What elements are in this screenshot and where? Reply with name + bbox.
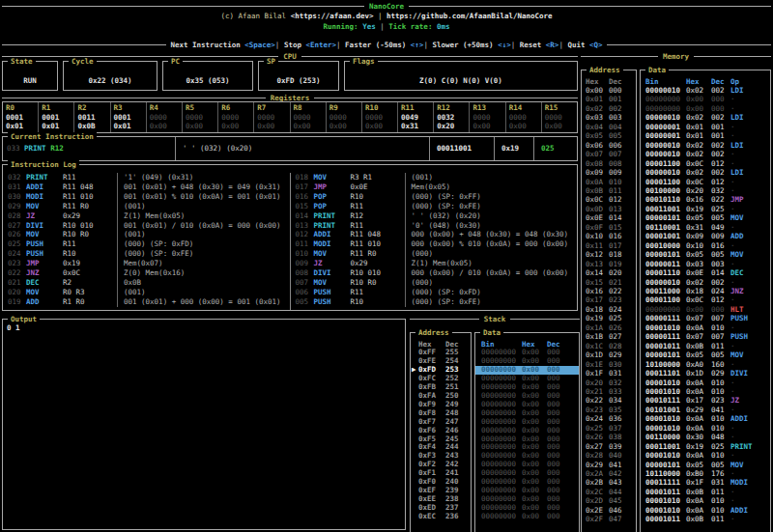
memory-opcode: · <box>730 515 770 523</box>
menu-item-label: Faster (-50ms) <box>345 41 406 49</box>
register-cell: R2 0011 0x0B <box>74 102 110 132</box>
memory-value-hex: 0x02 <box>686 150 711 158</box>
memory-value-dec: 012 <box>711 295 730 304</box>
log-operands: 0x29 <box>63 211 117 221</box>
memory-value-bin: 00001010 <box>645 424 686 433</box>
stack-address-dec: 236 <box>445 513 467 521</box>
memory-value-dec: 014 <box>711 268 730 277</box>
author-site-link[interactable]: <https://afaan.dev> <box>291 12 374 20</box>
memory-address-hex: 0x21 <box>582 387 609 396</box>
log-description: Mem(0x05) <box>406 182 578 192</box>
log-operands: R11 <box>351 221 405 231</box>
menu-item[interactable]: Quit <Q> <box>558 41 602 50</box>
memory-address-dec: 002 <box>609 104 630 113</box>
memory-value-hex: 0x0A <box>686 323 711 332</box>
log-description: (001) <box>118 288 290 297</box>
memory-value-dec: 024 <box>711 287 730 295</box>
log-row: 010 MOV R11 R0 (000) <box>291 249 578 259</box>
log-row: 005 PUSH R10 (000) (SP: 0xFE) <box>291 297 578 307</box>
menu-item[interactable]: Faster (-50ms) <↑> <box>336 41 423 50</box>
memory-value-hex: 0x05 <box>686 461 711 469</box>
memory-value-dec: 032 <box>711 186 730 195</box>
memory-address-row: 0x03 003 <box>582 113 636 122</box>
memory-opcode: · <box>730 95 770 103</box>
memory-value-bin: 00000010 <box>645 168 686 177</box>
memory-address-row: 0x1F 031 <box>582 369 636 378</box>
register-dec-value: 0000 <box>329 113 361 123</box>
memory-value-bin: 00011101 <box>645 369 686 378</box>
register-dec-value: 0000 <box>186 113 217 123</box>
log-cycle-number: 006 <box>291 288 314 297</box>
log-cycle-number: 009 <box>291 259 314 268</box>
output-text: 0 1 <box>3 320 405 333</box>
log-mnemonic: PUSH <box>314 288 351 297</box>
memory-opcode: · <box>730 342 770 350</box>
log-cycle-number: 021 <box>3 278 26 288</box>
github-link[interactable]: https://github.com/AfaanBilal/NanoCore <box>386 12 553 20</box>
memory-value-bin: 00000101 <box>645 213 686 222</box>
memory-address-hex: 0x2E <box>582 506 609 515</box>
log-cycle-number: 012 <box>291 230 314 239</box>
memory-address-hex: 0x2F <box>582 515 609 523</box>
memory-data-row: 00000010 0x02 002 LDI <box>641 141 770 150</box>
memory-value-hex: 0x0C <box>686 295 711 304</box>
menu-item[interactable]: Slower (+50ms) <↓> <box>423 41 510 50</box>
log-mnemonic: MOV <box>26 202 63 211</box>
memory-address-hex: 0x25 <box>582 424 609 433</box>
rule-line <box>2 98 266 98</box>
register-cell: R15 0000 0x00 <box>542 102 577 132</box>
register-hex-value: 0x00 <box>509 122 541 131</box>
menu-items: Next Instruction <Space>Stop <Enter>Fast… <box>166 41 606 50</box>
memory-data-row: 00011101 0x1D 029 DIVI <box>641 369 770 378</box>
instruction-log-title: Instruction Log <box>8 160 79 170</box>
log-description: (000) (SP: 0xFE) <box>118 249 290 259</box>
memory-value-dec: 176 <box>711 469 730 478</box>
register-name: R5 <box>186 103 217 113</box>
memory-value-dec: 012 <box>711 178 730 186</box>
memory-address-dec: 032 <box>609 378 630 387</box>
memory-address-row: 0x16 022 <box>582 287 636 295</box>
memory-value-hex: 0x10 <box>686 241 711 250</box>
log-cycle-number: 016 <box>291 192 314 202</box>
log-cycle-number: 024 <box>3 249 26 259</box>
memory-address-row: 0x20 032 <box>582 378 636 387</box>
memory-address-hex: 0x06 <box>582 141 609 150</box>
memory-value-dec: 011 <box>711 515 730 523</box>
memory-address-dec: 018 <box>609 250 630 259</box>
menu-item[interactable]: Stop <Enter> <box>275 41 336 50</box>
stack-data-row: 00000000 0x00 000 <box>475 513 579 521</box>
output-title: Output <box>8 315 40 324</box>
memory-address-dec: 012 <box>609 195 630 204</box>
memory-opcode: · <box>730 496 770 505</box>
memory-address-row: 0x1D 029 <box>582 350 636 359</box>
memory-data-row: 00001010 0x0A 010 · <box>641 323 770 332</box>
register-dec-value: 0000 <box>150 113 182 123</box>
memory-value-hex: 0x20 <box>686 186 711 195</box>
log-cycle-number: 015 <box>291 202 314 211</box>
register-hex-value: 0x00 <box>329 122 361 131</box>
memory-value-dec: 000 <box>711 95 730 103</box>
memory-data-row: 00001100 0x0C 012 · <box>641 295 770 304</box>
menu-item[interactable]: Reset <R> <box>511 41 559 50</box>
memory-data-row: 00001010 0x0A 010 · <box>641 378 770 387</box>
memory-opcode: · <box>730 469 770 478</box>
register-hex-value: 0x00 <box>472 122 504 131</box>
memory-address-dec: 036 <box>609 414 630 423</box>
memory-address-row: 0x15 021 <box>582 278 636 287</box>
memory-value-bin: 00110000 <box>645 433 686 441</box>
memory-address-dec: 039 <box>609 442 630 451</box>
instruction-mnemonic: PRINT <box>24 144 46 153</box>
register-hex-value: 0x00 <box>365 122 397 131</box>
memory-address-dec: 031 <box>609 369 630 378</box>
log-operands: R11 010 <box>63 192 117 202</box>
log-cycle-number: 014 <box>291 211 314 221</box>
memory-value-bin: 00000001 <box>645 123 686 131</box>
memory-address-hex: 0x1C <box>582 342 609 350</box>
log-mnemonic: JZ <box>314 259 351 268</box>
memory-address-dec: 029 <box>609 350 630 359</box>
menu-item[interactable]: Next Instruction <Space> <box>170 41 274 50</box>
memory-address-dec: 005 <box>609 131 630 140</box>
memory-data-row: 00000000 0x00 000 · <box>641 104 770 113</box>
memory-address-row: 0x07 007 <box>582 150 636 158</box>
memory-address-row: 0x08 008 <box>582 159 636 168</box>
